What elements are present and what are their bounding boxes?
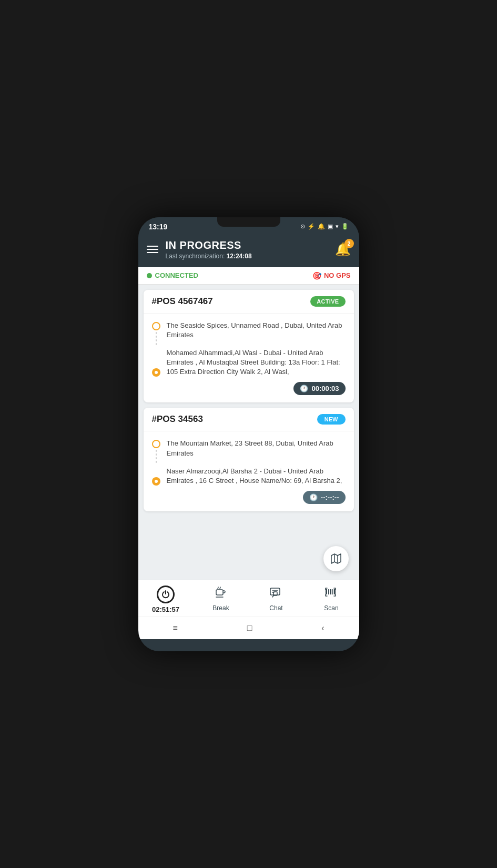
order-card-1[interactable]: #POS 4567467 ACTIVE The Seaside Spices, … <box>144 290 354 403</box>
status-badge-1: ACTIVE <box>310 296 345 307</box>
nav-item-power[interactable]: 02:51:57 <box>147 586 184 613</box>
svg-rect-2 <box>216 590 223 595</box>
bottom-nav: 02:51:57 Break <box>138 580 359 617</box>
svg-rect-10 <box>332 589 333 594</box>
pos-number-1: #POS 4567467 <box>152 296 213 307</box>
android-home-button[interactable]: □ <box>237 621 263 635</box>
clock-icon-1: 🕐 <box>300 385 308 392</box>
nav-scan-label: Scan <box>324 604 338 612</box>
status-time: 13:19 <box>149 223 168 231</box>
nav-break-label: Break <box>212 604 229 612</box>
gps-icon: 🎯 <box>312 271 321 280</box>
card-body-2: The Mountain Market, 23 Street 88, Dubai… <box>144 431 354 511</box>
notch <box>217 217 280 227</box>
card-header-1: #POS 4567467 ACTIVE <box>144 290 354 314</box>
bluetooth-icon: ⚡ <box>308 223 315 230</box>
sync-subtitle: Last synchronization: 12:24:08 <box>166 253 252 260</box>
chat-icon <box>269 586 283 602</box>
route-line-1 <box>156 330 157 369</box>
nav-timer-label: 02:51:57 <box>152 605 179 613</box>
destination-dot-2 <box>152 477 160 486</box>
status-badge-2: NEW <box>317 414 346 425</box>
origin-dot-2 <box>152 440 160 448</box>
status-icons: ⊙ ⚡ 🔔 ▣ ▾ 🔋 <box>300 223 349 230</box>
notification-button[interactable]: 🔔 2 <box>335 242 351 257</box>
destination-address-1: Mohamed Alhammadi,Al Wasl - Dubai - Unit… <box>167 348 346 377</box>
barcode-icon <box>324 586 339 600</box>
coffee-icon <box>214 586 228 602</box>
power-button <box>157 586 175 603</box>
timer-badge-2: 🕐 --:--:-- <box>303 491 346 504</box>
location-icon: ⊙ <box>300 223 305 230</box>
origin-address-1: The Seaside Spices, Unnamed Road , Dubai… <box>167 321 346 340</box>
destination-dot-1 <box>152 368 160 377</box>
nav-item-scan[interactable]: Scan <box>313 586 350 613</box>
map-fab-button[interactable] <box>323 546 349 571</box>
vibrate-icon: 🔔 <box>318 223 325 230</box>
clock-icon-2: 🕐 <box>309 493 318 501</box>
connection-bar: CONNECTED 🎯 NO GPS <box>138 267 359 285</box>
timer-badge-1: 🕐 00:00:03 <box>293 382 345 395</box>
svg-rect-8 <box>328 589 329 594</box>
nav-item-break[interactable]: Break <box>202 586 239 613</box>
app-header: IN PROGRESS Last synchronization: 12:24:… <box>138 234 359 267</box>
android-nav-bar: ≡ □ ‹ <box>138 617 359 639</box>
origin-dot-1 <box>152 322 160 330</box>
chat-bubble-icon <box>269 586 283 600</box>
connected-dot <box>147 273 152 278</box>
origin-address-2: The Mountain Market, 23 Street 88, Dubai… <box>167 439 346 458</box>
android-back-button[interactable]: ‹ <box>311 621 334 635</box>
svg-rect-9 <box>330 589 331 594</box>
connected-status: CONNECTED <box>147 271 198 279</box>
gps-status: 🎯 NO GPS <box>312 271 351 280</box>
android-menu-button[interactable]: ≡ <box>162 621 188 635</box>
menu-button[interactable] <box>147 246 158 253</box>
card-body-1: The Seaside Spices, Unnamed Road , Dubai… <box>144 314 354 403</box>
route-line-2 <box>156 448 157 477</box>
phone-frame: 13:19 ⊙ ⚡ 🔔 ▣ ▾ 🔋 IN PROGRESS Last synch… <box>138 217 359 651</box>
pos-number-2: #POS 34563 <box>152 414 203 425</box>
nav-item-chat[interactable]: Chat <box>258 586 295 613</box>
notification-badge: 2 <box>344 239 354 248</box>
power-icon <box>161 590 170 599</box>
break-coffee-icon <box>214 586 228 600</box>
nav-chat-label: Chat <box>269 604 282 612</box>
sim-icon: ▣ <box>328 223 333 230</box>
destination-address-2: Naser Almarzooqi,Al Barsha 2 - Dubai - U… <box>167 467 346 486</box>
empty-area <box>138 517 359 580</box>
card-header-2: #POS 34563 NEW <box>144 408 354 431</box>
page-title: IN PROGRESS <box>166 239 252 251</box>
map-icon <box>330 552 342 565</box>
order-card-2[interactable]: #POS 34563 NEW The Mountain Market, 23 S… <box>144 408 354 511</box>
scan-icon <box>324 586 339 602</box>
battery-icon: 🔋 <box>341 223 349 230</box>
wifi-icon: ▾ <box>336 223 339 230</box>
